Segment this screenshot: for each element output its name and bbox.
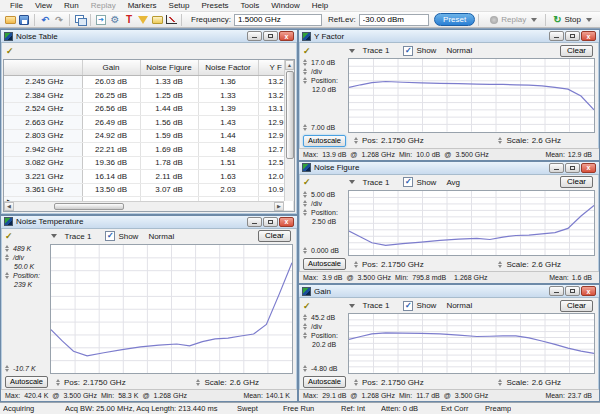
menu-file[interactable]: File (4, 1, 29, 10)
menu-view[interactable]: View (29, 1, 58, 10)
stepper-icon[interactable] (354, 379, 359, 386)
column-header-frequency[interactable] (4, 60, 82, 75)
settings-gear-icon[interactable]: ⚙ (109, 14, 121, 25)
maximize-button[interactable] (565, 286, 580, 296)
autoscale-button[interactable]: Autoscale (303, 135, 346, 147)
close-button[interactable]: x (581, 163, 596, 173)
clear-button[interactable]: Clear (560, 300, 593, 312)
horizontal-scroll-thumb[interactable] (54, 203, 124, 210)
scale-value[interactable]: 2.6 GHz (532, 260, 561, 269)
stepper-icon[interactable] (303, 365, 308, 372)
trace-dropdown-icon[interactable] (349, 49, 355, 53)
chart-icon[interactable] (165, 14, 177, 25)
scale-value[interactable]: 2.6 GHz (532, 378, 561, 387)
text-marker-icon[interactable]: T (123, 14, 135, 25)
scroll-right-icon[interactable]: ▶ (274, 202, 284, 211)
menu-run[interactable]: Run (58, 1, 85, 10)
table-row[interactable]: 3.361 GHz13.50 dB3.07 dB2.0310.9 (4, 183, 294, 197)
minimize-button[interactable] (549, 286, 564, 296)
trace-plot[interactable] (348, 313, 595, 374)
stepper-icon[interactable] (303, 332, 308, 339)
trace-label[interactable]: Trace 1 (65, 232, 92, 241)
stepper-icon[interactable] (303, 59, 308, 66)
per-div-label[interactable]: /div (13, 254, 24, 261)
acquire-folder-icon[interactable] (151, 14, 163, 25)
column-header-gain[interactable]: Gain (82, 60, 140, 75)
scale-top-value[interactable]: 5.00 dB (311, 191, 335, 198)
stepper-icon[interactable] (5, 365, 10, 372)
table-row[interactable]: 2.803 GHz24.92 dB1.59 dB1.4412.9 (4, 129, 294, 143)
redo-icon[interactable]: ↷ (53, 14, 65, 25)
trace-label[interactable]: Trace 1 (363, 46, 390, 55)
trace-dropdown-icon[interactable] (349, 304, 355, 308)
per-div-label[interactable]: /div (311, 200, 322, 207)
close-button[interactable]: x (279, 31, 294, 41)
antenna-icon[interactable] (137, 14, 149, 25)
scale-bottom-value[interactable]: -4.80 dB (311, 365, 337, 372)
per-div-value[interactable]: 50.0 K (14, 263, 34, 270)
stepper-icon[interactable] (196, 379, 201, 386)
menu-tools[interactable]: Tools (235, 1, 266, 10)
trace-plot[interactable] (50, 244, 293, 375)
maximize-button[interactable] (565, 163, 580, 173)
show-checkbox[interactable]: ✓ (403, 177, 413, 187)
minimize-button[interactable] (247, 31, 262, 41)
export-icon[interactable] (95, 14, 107, 25)
pos-value[interactable]: 2.1750 GHz (381, 136, 424, 145)
table-row[interactable]: 2.245 GHz26.03 dB1.33 dB1.3613.2 (4, 75, 294, 89)
scale-top-value[interactable]: 489 K (13, 245, 31, 252)
stepper-icon[interactable] (354, 261, 359, 268)
trace-dropdown-icon[interactable] (51, 234, 57, 238)
window-titlebar[interactable]: Noise Figure x (299, 162, 599, 175)
stepper-icon[interactable] (498, 137, 503, 144)
pos-value[interactable]: 2.1750 GHz (381, 260, 424, 269)
minimize-button[interactable] (247, 217, 262, 227)
trace-mode-label[interactable]: Normal (148, 232, 174, 241)
window-titlebar[interactable]: Noise Temperature x (1, 216, 297, 229)
position-value[interactable]: 12.0 dB (312, 86, 336, 93)
close-button[interactable]: x (581, 286, 596, 296)
stepper-icon[interactable] (303, 124, 308, 131)
clear-button[interactable]: Clear (560, 45, 593, 57)
close-button[interactable]: x (279, 217, 294, 227)
horizontal-scrollbar[interactable]: ◀ ▶ (4, 201, 284, 211)
save-icon[interactable] (18, 14, 30, 25)
minimize-button[interactable] (549, 31, 564, 41)
replay-dropdown-icon[interactable] (531, 18, 537, 22)
window-titlebar[interactable]: Noise Table x (1, 30, 297, 43)
trace-mode-label[interactable]: Avg (446, 178, 460, 187)
menu-markers[interactable]: Markers (122, 1, 163, 10)
open-folder-icon[interactable] (4, 14, 16, 25)
trace-mode-label[interactable]: Normal (446, 46, 472, 55)
stepper-icon[interactable] (303, 247, 308, 254)
autoscale-button[interactable]: Autoscale (303, 258, 346, 270)
scale-bottom-value[interactable]: -10.7 K (13, 365, 36, 372)
stop-dropdown-icon[interactable] (586, 18, 592, 22)
stepper-icon[interactable] (303, 200, 308, 207)
trace-plot[interactable] (348, 58, 595, 133)
stepper-icon[interactable] (5, 254, 10, 261)
table-row[interactable]: 2.524 GHz26.56 dB1.44 dB1.3913.1 (4, 102, 294, 116)
trace-label[interactable]: Trace 1 (363, 301, 390, 310)
pos-value[interactable]: 2.1750 GHz (83, 378, 126, 387)
stepper-icon[interactable] (56, 379, 61, 386)
stepper-icon[interactable] (498, 379, 503, 386)
menu-help[interactable]: Help (306, 1, 334, 10)
stepper-icon[interactable] (303, 191, 308, 198)
window-titlebar[interactable]: Gain x (299, 285, 599, 298)
stepper-icon[interactable] (5, 272, 10, 279)
per-div-label[interactable]: /div (311, 323, 322, 330)
preset-button[interactable]: Preset (434, 13, 475, 26)
vertical-scroll-thumb[interactable] (286, 71, 294, 159)
scale-top-value[interactable]: 17.0 dB (311, 59, 335, 66)
table-row[interactable]: 2.942 GHz22.21 dB1.69 dB1.4812.7 (4, 143, 294, 157)
window-layout-icon[interactable] (74, 14, 86, 25)
menu-presets[interactable]: Presets (195, 1, 234, 10)
column-header-noise-factor[interactable]: Noise Factor (198, 60, 258, 75)
minimize-button[interactable] (549, 163, 564, 173)
stepper-icon[interactable] (303, 209, 308, 216)
menu-window[interactable]: Window (265, 1, 305, 10)
maximize-button[interactable] (565, 31, 580, 41)
trace-label[interactable]: Trace 1 (363, 178, 390, 187)
close-button[interactable]: x (581, 31, 596, 41)
